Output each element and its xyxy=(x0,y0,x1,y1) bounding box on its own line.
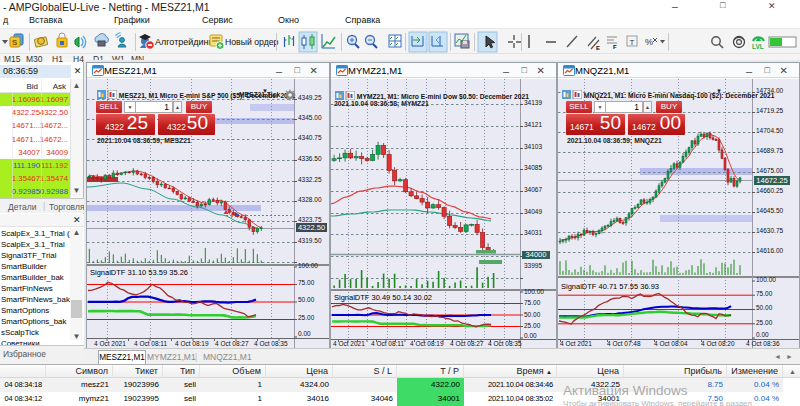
svg-text:Алготрейдинг: Алготрейдинг xyxy=(155,37,213,47)
svg-text:Новый ордер: Новый ордер xyxy=(225,37,279,47)
svg-text:LVL: LVL xyxy=(752,43,764,50)
svg-text:T: T xyxy=(630,38,635,47)
svg-text:S: S xyxy=(12,38,18,47)
svg-text:%: % xyxy=(645,37,653,47)
svg-text:E: E xyxy=(596,45,600,51)
svg-text:F: F xyxy=(613,44,617,50)
